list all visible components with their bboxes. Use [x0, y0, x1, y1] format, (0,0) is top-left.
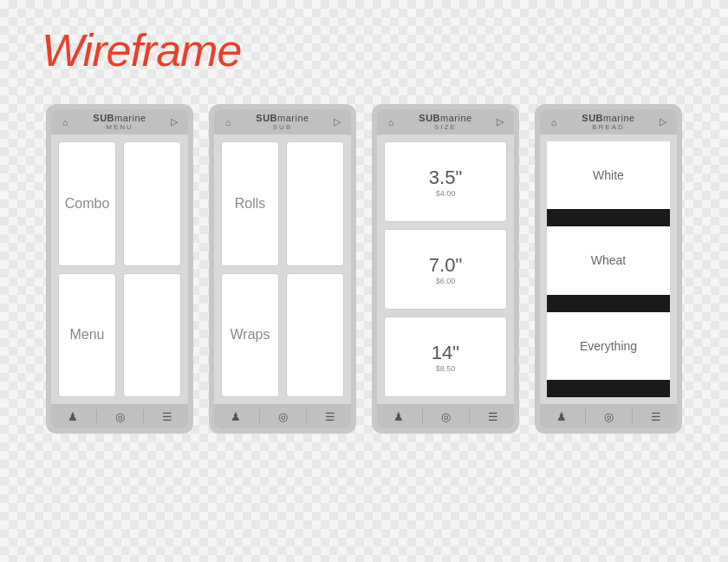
menu-icon-2[interactable]: ☰ — [325, 410, 335, 423]
phone-menu-inner: ⌂ SUBmarine MENU ▷ Combo Menu ♟ ◎ — [51, 109, 188, 428]
combo-cell[interactable]: Combo — [58, 141, 116, 266]
home-icon-4: ⌂ — [547, 115, 561, 129]
brand-name: SUBmarine — [72, 113, 167, 123]
brand-name-2: SUBmarine — [235, 113, 330, 123]
size-cell-small[interactable]: 3.5" $4.00 — [384, 141, 507, 222]
phone-bread: ⌂ SUBmarine BREAD ▷ White Wheat — [535, 104, 682, 434]
person-icon-3[interactable]: ♟ — [393, 410, 404, 423]
home-icon-2: ⌂ — [221, 115, 235, 129]
divider-6 — [469, 409, 470, 423]
wireframes-container: ⌂ SUBmarine MENU ▷ Combo Menu ♟ ◎ — [42, 104, 686, 434]
size-value-small: 3.5" — [429, 167, 462, 189]
phone-sub-header: ⌂ SUBmarine SUB ▷ — [214, 109, 351, 134]
phone-menu-footer: ♟ ◎ ☰ — [51, 404, 188, 428]
menu-icon-4[interactable]: ☰ — [651, 410, 661, 423]
phone-menu: ⌂ SUBmarine MENU ▷ Combo Menu ♟ ◎ — [46, 104, 193, 434]
phone-sub-title: SUBmarine SUB — [235, 113, 330, 131]
location-icon-3[interactable]: ◎ — [441, 410, 451, 423]
size-list: 3.5" $4.00 7.0" $6.00 14" $8.50 — [384, 141, 507, 397]
divider-4 — [306, 409, 307, 423]
bread-white-group: White — [547, 141, 670, 226]
size-value-medium: 7.0" — [429, 254, 462, 277]
phone-menu-title: SUBmarine MENU — [72, 113, 167, 131]
divider-8 — [632, 409, 633, 423]
size-cell-large[interactable]: 14" $8.50 — [384, 317, 507, 397]
size-price-small: $4.00 — [436, 189, 456, 198]
empty-sub-1 — [286, 141, 344, 266]
screen-label: MENU — [72, 123, 167, 131]
home-icon-3: ⌂ — [384, 115, 398, 129]
page-title: Wireframe — [42, 24, 241, 76]
size-cell-medium[interactable]: 7.0" $6.00 — [384, 229, 507, 310]
bread-bar-3 — [547, 380, 670, 397]
home-icon: ⌂ — [58, 115, 72, 129]
person-icon[interactable]: ♟ — [68, 410, 78, 423]
screen-label-3: SIZE — [398, 123, 493, 131]
phone-sub-footer: ♟ ◎ ☰ — [214, 404, 351, 428]
phone-sub: ⌂ SUBmarine SUB ▷ Rolls Wraps ♟ ◎ — [209, 104, 356, 434]
screen-label-2: SUB — [235, 123, 330, 131]
bread-everything-group: Everything — [547, 312, 670, 397]
phone-bread-inner: ⌂ SUBmarine BREAD ▷ White Wheat — [540, 109, 677, 428]
screen-label-4: BREAD — [561, 123, 656, 131]
phone-size-header: ⌂ SUBmarine SIZE ▷ — [377, 109, 514, 134]
empty-sub-2 — [286, 273, 344, 398]
sub-grid: Rolls Wraps — [221, 141, 344, 397]
person-icon-4[interactable]: ♟ — [556, 410, 567, 423]
divider-5 — [422, 409, 423, 423]
forward-icon-4: ▷ — [656, 115, 670, 129]
brand-name-4: SUBmarine — [561, 113, 656, 123]
phone-bread-footer: ♟ ◎ ☰ — [540, 404, 677, 428]
phone-sub-content: Rolls Wraps — [214, 134, 351, 404]
location-icon-4[interactable]: ◎ — [604, 410, 614, 423]
wraps-cell[interactable]: Wraps — [221, 273, 279, 398]
forward-icon-2: ▷ — [330, 115, 344, 129]
empty-cell-2 — [123, 273, 181, 398]
bread-wheat[interactable]: Wheat — [547, 226, 670, 294]
phone-sub-inner: ⌂ SUBmarine SUB ▷ Rolls Wraps ♟ ◎ — [214, 109, 351, 428]
phone-size-footer: ♟ ◎ ☰ — [377, 404, 514, 428]
forward-icon-3: ▷ — [493, 115, 507, 129]
phone-bread-content: White Wheat Everything — [540, 134, 677, 404]
bread-white[interactable]: White — [547, 141, 670, 209]
divider-2 — [143, 409, 144, 423]
bread-list: White Wheat Everything — [547, 141, 670, 397]
phone-bread-header: ⌂ SUBmarine BREAD ▷ — [540, 109, 677, 134]
forward-icon: ▷ — [167, 115, 181, 129]
phone-bread-title: SUBmarine BREAD — [561, 113, 656, 131]
menu-cell[interactable]: Menu — [58, 273, 116, 398]
menu-icon-3[interactable]: ☰ — [488, 410, 498, 423]
phone-size: ⌂ SUBmarine SIZE ▷ 3.5" $4.00 7.0" $6.00 — [372, 104, 519, 434]
location-icon[interactable]: ◎ — [115, 410, 125, 423]
bread-wheat-group: Wheat — [547, 226, 670, 311]
divider-7 — [585, 409, 586, 423]
phone-size-inner: ⌂ SUBmarine SIZE ▷ 3.5" $4.00 7.0" $6.00 — [377, 109, 514, 428]
rolls-cell[interactable]: Rolls — [221, 141, 279, 266]
empty-cell-1 — [123, 141, 181, 266]
divider-1 — [96, 409, 97, 423]
divider-3 — [259, 409, 260, 423]
size-value-large: 14" — [432, 342, 459, 364]
brand-name-3: SUBmarine — [398, 113, 493, 123]
menu-grid: Combo Menu — [58, 141, 181, 397]
menu-icon[interactable]: ☰ — [162, 410, 172, 423]
size-price-medium: $6.00 — [436, 277, 456, 285]
phone-menu-content: Combo Menu — [51, 134, 188, 404]
phone-size-content: 3.5" $4.00 7.0" $6.00 14" $8.50 — [377, 134, 514, 404]
bread-bar-2 — [547, 295, 670, 312]
location-icon-2[interactable]: ◎ — [278, 410, 288, 423]
bread-bar-1 — [547, 209, 670, 226]
phone-size-title: SUBmarine SIZE — [398, 113, 493, 131]
person-icon-2[interactable]: ♟ — [231, 410, 241, 423]
size-price-large: $8.50 — [436, 364, 456, 373]
bread-everything[interactable]: Everything — [547, 312, 670, 380]
phone-menu-header: ⌂ SUBmarine MENU ▷ — [51, 109, 188, 134]
